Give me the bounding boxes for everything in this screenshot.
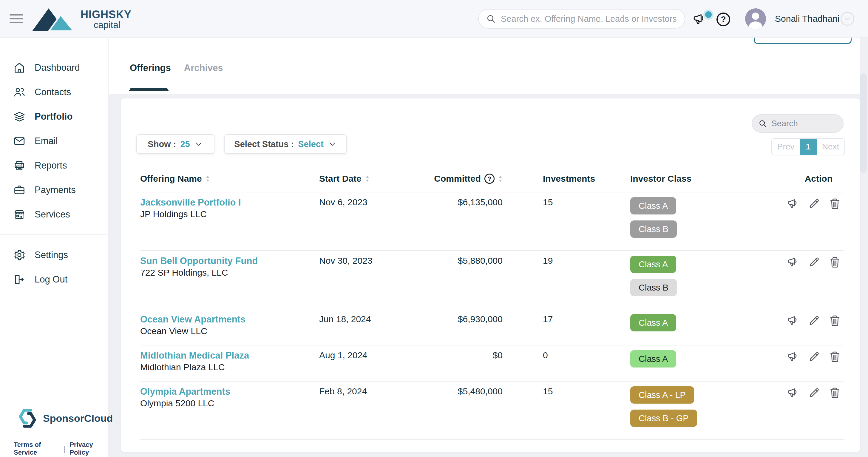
megaphone-icon[interactable] (786, 256, 800, 269)
offering-name-link[interactable]: Jacksonville Portfolio I (140, 197, 319, 208)
legal-links: Terms of Service | Privacy Policy (14, 441, 108, 456)
global-search-input[interactable] (501, 14, 677, 24)
sort-icon[interactable] (206, 175, 210, 183)
edit-icon[interactable] (807, 350, 820, 363)
services-icon (13, 208, 26, 221)
sidebar-item-label: Email (35, 136, 58, 147)
table-row: Jacksonville Portfolio I JP Holdings LLC… (140, 192, 844, 251)
header-label: Committed (434, 174, 481, 184)
row-actions (786, 192, 844, 250)
trash-icon[interactable] (828, 256, 841, 269)
investor-class-badge: Class A (630, 350, 676, 367)
table-row: Olympia Apartments Olympia 5200 LLC Feb … (140, 382, 844, 440)
sidebar-item-label: Log Out (35, 274, 67, 285)
cutoff-action-button[interactable] (754, 38, 851, 44)
header-offering-name[interactable]: Offering Name (140, 174, 319, 184)
help-icon[interactable]: ? (716, 12, 730, 26)
show-count-dropdown[interactable]: Show : 25 (136, 134, 214, 154)
row-actions (786, 251, 844, 309)
tab-archives[interactable]: Archives (184, 63, 223, 73)
megaphone-icon[interactable] (786, 197, 800, 210)
row-actions (786, 345, 844, 381)
trash-icon[interactable] (828, 350, 841, 363)
sidebar-item-email[interactable]: Email (0, 129, 108, 153)
sidebar-item-portfolio[interactable]: Portfolio (0, 104, 108, 129)
sort-icon[interactable] (498, 175, 503, 183)
committed-help-icon[interactable]: ? (485, 174, 495, 184)
privacy-policy-link[interactable]: Privacy Policy (69, 441, 108, 456)
terms-of-service-link[interactable]: Terms of Service (14, 441, 59, 456)
table-row: Ocean View Apartments Ocean View LLC Jun… (140, 309, 844, 345)
offering-entity: JP Holdings LLC (140, 209, 319, 219)
committed-cell: $6,930,000 (417, 309, 503, 345)
sidebar-item-dashboard[interactable]: Dashboard (0, 56, 108, 80)
show-value: 25 (180, 139, 190, 149)
offering-name-link[interactable]: Sun Bell Opportunity Fund (140, 256, 319, 266)
active-tab-underline (129, 88, 169, 91)
status-dropdown[interactable]: Select Status : Select (224, 134, 347, 154)
megaphone-icon[interactable] (786, 386, 800, 399)
current-page-button[interactable]: 1 (800, 139, 817, 155)
sort-icon[interactable] (365, 175, 370, 183)
trash-icon[interactable] (828, 386, 841, 399)
status-value: Select (298, 139, 323, 149)
next-page-button[interactable]: Next (817, 139, 844, 155)
sidebar-item-services[interactable]: Services (0, 202, 108, 227)
investor-class-badge: Class B (630, 279, 677, 296)
trash-icon[interactable] (828, 314, 841, 327)
hamburger-menu-icon[interactable] (9, 14, 23, 23)
start-date-cell: Nov 6, 2023 (319, 192, 417, 250)
chevron-down-icon (328, 140, 337, 149)
sidebar-item-contacts[interactable]: Contacts (0, 80, 108, 104)
top-bar: HIGHSKY capital ? Sonali Thadhani (0, 0, 868, 38)
investments-cell: 19 (503, 251, 628, 309)
sponsorcloud-logo: SponsorCloud (16, 407, 113, 430)
logout-icon (13, 273, 26, 286)
search-icon (758, 119, 767, 128)
sidebar-item-payments[interactable]: Payments (0, 178, 108, 202)
scrollbar-thumb[interactable] (860, 73, 867, 173)
search-icon (486, 14, 496, 24)
edit-icon[interactable] (807, 314, 820, 327)
header-label: Offering Name (140, 174, 202, 184)
sidebar-item-log-out[interactable]: Log Out (0, 267, 108, 292)
prev-page-button[interactable]: Prev (772, 139, 800, 155)
table-search-input[interactable] (771, 119, 837, 128)
user-menu-chevron-down-icon[interactable] (841, 12, 854, 26)
user-avatar[interactable] (745, 8, 766, 29)
committed-cell: $6,135,000 (417, 192, 503, 250)
offering-name-link[interactable]: Ocean View Apartments (140, 314, 319, 325)
megaphone-icon[interactable] (786, 314, 800, 327)
payments-icon (13, 184, 26, 196)
start-date-cell: Nov 30, 2023 (319, 251, 417, 309)
user-name: Sonali Thadhani (775, 0, 839, 38)
reports-icon (13, 159, 26, 172)
sidebar-item-label: Services (35, 209, 70, 220)
sidebar-item-label: Payments (35, 185, 76, 195)
edit-icon[interactable] (807, 197, 820, 210)
offering-name-link[interactable]: Olympia Apartments (140, 386, 319, 397)
brand-logo[interactable]: HIGHSKY capital (32, 6, 131, 32)
settings-icon (13, 249, 26, 261)
start-date-cell: Jun 18, 2024 (319, 309, 417, 345)
megaphone-icon[interactable] (786, 350, 800, 363)
investor-class-cell: Class A (628, 345, 786, 381)
sidebar-item-reports[interactable]: Reports (0, 153, 108, 178)
table-search (752, 114, 843, 133)
edit-icon[interactable] (807, 386, 820, 399)
chevron-down-icon (194, 140, 203, 149)
tabs: Offerings Archives (130, 63, 223, 73)
offering-name-link[interactable]: Midlothian Medical Plaza (140, 350, 319, 361)
investments-cell: 15 (503, 192, 628, 250)
sidebar-item-settings[interactable]: Settings (0, 243, 108, 267)
home-icon (13, 61, 26, 74)
trash-icon[interactable] (828, 197, 841, 210)
edit-icon[interactable] (807, 256, 820, 269)
announcements-megaphone-icon[interactable] (692, 12, 707, 27)
committed-cell: $0 (417, 345, 503, 381)
header-start-date[interactable]: Start Date (319, 174, 417, 184)
tab-offerings[interactable]: Offerings (130, 63, 171, 73)
header-committed[interactable]: Committed ? (417, 174, 503, 184)
start-date-cell: Aug 1, 2024 (319, 345, 417, 381)
sidebar-item-label: Reports (35, 160, 67, 171)
